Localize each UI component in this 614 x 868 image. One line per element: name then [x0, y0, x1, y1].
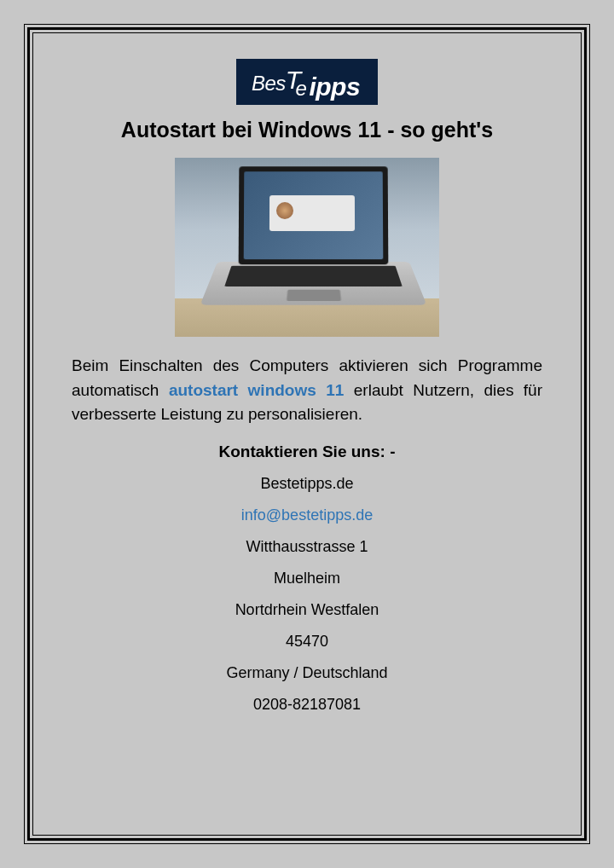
- page-title: Autostart bei Windows 11 - so geht's: [121, 118, 493, 142]
- logo-text-part2: ipps: [309, 72, 360, 101]
- laptop-image: [175, 158, 439, 337]
- inner-border-frame: BesTeipps Autostart bei Windows 11 - so …: [32, 32, 582, 836]
- contact-state: Nortdrhein Westfalen: [235, 601, 379, 619]
- contact-heading: Kontaktieren Sie uns: -: [219, 443, 396, 461]
- contact-website: Bestetipps.de: [260, 475, 353, 493]
- middle-border-frame: BesTeipps Autostart bei Windows 11 - so …: [27, 27, 587, 841]
- contact-city: Muelheim: [274, 570, 340, 587]
- email-link[interactable]: info@bestetipps.de: [241, 506, 373, 524]
- logo: BesTeipps: [236, 59, 378, 105]
- contact-email: info@bestetipps.de: [241, 506, 373, 524]
- outer-border-frame: BesTeipps Autostart bei Windows 11 - so …: [24, 24, 590, 844]
- contact-country: Germany / Deutschland: [226, 664, 387, 682]
- contact-street: Witthausstrasse 1: [246, 538, 368, 556]
- contact-postal: 45470: [286, 633, 328, 651]
- body-paragraph: Beim Einschalten des Computers aktiviere…: [72, 354, 542, 427]
- logo-text-part1: BesTe: [252, 72, 312, 95]
- autostart-link[interactable]: autostart windows 11: [169, 381, 345, 399]
- contact-phone: 0208-82187081: [253, 696, 361, 714]
